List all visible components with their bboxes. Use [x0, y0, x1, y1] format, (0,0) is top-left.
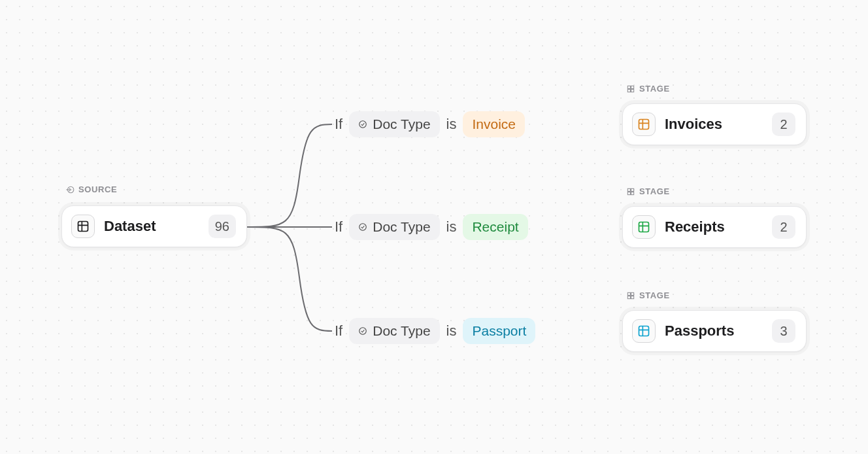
svg-rect-14 — [627, 192, 630, 194]
if-keyword: If — [335, 116, 342, 133]
source-section-label: SOURCE — [65, 184, 117, 194]
table-icon — [632, 319, 656, 343]
stage-node-count-0: 2 — [772, 113, 795, 136]
grid-icon — [626, 187, 635, 196]
rule-value-chip-0[interactable]: Invoice — [463, 111, 525, 137]
rule-field-text-2: Doc Type — [373, 323, 430, 339]
source-node[interactable]: Dataset 96 — [61, 205, 247, 247]
rule-row-1[interactable]: If Doc Type is Receipt — [335, 214, 528, 240]
if-keyword: If — [335, 218, 342, 236]
stage-label-text: STAGE — [639, 186, 670, 196]
svg-rect-20 — [639, 120, 649, 130]
svg-rect-16 — [627, 292, 630, 295]
svg-rect-13 — [631, 188, 634, 191]
is-keyword: is — [446, 218, 457, 236]
if-keyword: If — [335, 323, 342, 340]
svg-point-2 — [359, 121, 367, 128]
source-node-count: 96 — [209, 215, 236, 238]
stage-node-title-0: Invoices — [665, 116, 722, 133]
svg-point-3 — [359, 224, 367, 231]
svg-rect-21 — [639, 222, 649, 232]
table-icon — [632, 113, 656, 136]
grid-icon — [626, 291, 635, 300]
svg-rect-15 — [631, 192, 634, 194]
stage-node-title-1: Receipts — [665, 218, 725, 236]
rule-field-chip-1[interactable]: Doc Type — [349, 214, 439, 240]
svg-rect-10 — [627, 89, 630, 92]
stage-node-0[interactable]: Invoices 2 — [622, 103, 807, 145]
svg-rect-8 — [627, 86, 630, 88]
stage-node-1[interactable]: Receipts 2 — [622, 206, 807, 248]
stage-section-label-2: STAGE — [626, 290, 670, 300]
svg-point-4 — [359, 328, 367, 335]
source-label-text: SOURCE — [78, 184, 117, 194]
rule-field-chip-2[interactable]: Doc Type — [349, 318, 439, 344]
grid-icon — [626, 84, 635, 94]
enter-icon — [65, 185, 75, 194]
svg-rect-19 — [631, 296, 634, 298]
rule-row-2[interactable]: If Doc Type is Passport — [335, 318, 535, 344]
stage-node-2[interactable]: Passports 3 — [622, 310, 807, 352]
is-keyword: is — [446, 323, 457, 340]
rule-field-text-0: Doc Type — [373, 116, 430, 132]
stage-node-count-1: 2 — [772, 215, 795, 239]
arrow-icon — [569, 220, 608, 234]
stage-section-label-0: STAGE — [626, 84, 670, 94]
branch-connectors — [247, 111, 332, 347]
arrow-icon — [569, 324, 608, 338]
check-circle-icon — [358, 222, 367, 232]
svg-rect-22 — [639, 326, 649, 336]
stage-label-text: STAGE — [639, 290, 670, 300]
svg-rect-11 — [631, 89, 634, 92]
source-node-title: Dataset — [104, 218, 156, 235]
stage-node-count-2: 3 — [772, 319, 795, 343]
table-icon — [632, 215, 656, 239]
rule-field-chip-0[interactable]: Doc Type — [349, 111, 439, 137]
is-keyword: is — [446, 116, 457, 133]
stage-node-title-2: Passports — [665, 323, 734, 340]
svg-rect-17 — [631, 292, 634, 295]
table-icon — [71, 215, 95, 238]
svg-rect-18 — [627, 296, 630, 298]
stage-label-text: STAGE — [639, 84, 670, 94]
stage-section-label-1: STAGE — [626, 186, 670, 196]
arrow-icon — [569, 118, 608, 131]
check-circle-icon — [358, 120, 367, 129]
check-circle-icon — [358, 326, 367, 336]
rule-row-0[interactable]: If Doc Type is Invoice — [335, 111, 525, 137]
rule-value-chip-2[interactable]: Passport — [463, 318, 535, 344]
svg-rect-9 — [631, 86, 634, 88]
rule-field-text-1: Doc Type — [373, 219, 430, 235]
svg-rect-12 — [627, 188, 630, 191]
rule-value-chip-1[interactable]: Receipt — [463, 214, 527, 240]
svg-rect-1 — [78, 222, 88, 232]
